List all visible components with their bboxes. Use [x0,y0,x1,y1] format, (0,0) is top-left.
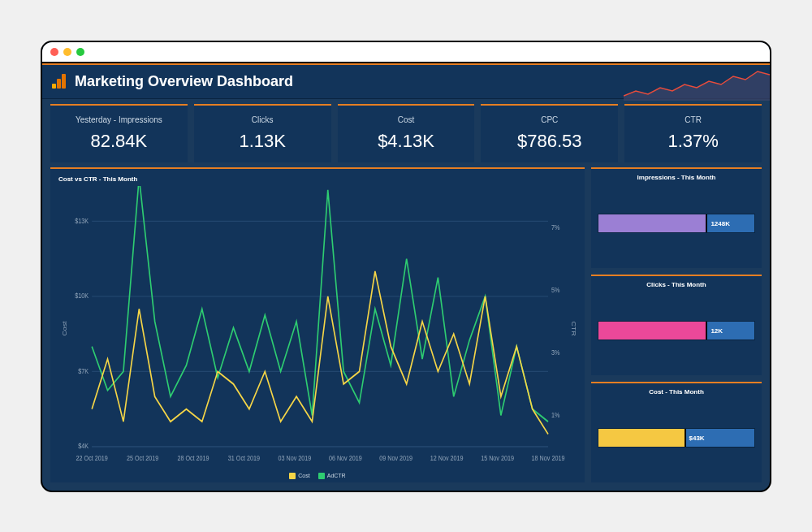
svg-text:18 Nov 2019: 18 Nov 2019 [532,454,565,462]
svg-text:15 Nov 2019: 15 Nov 2019 [481,454,514,462]
kpi-row: Yesterday - Impressions 82.84K Clicks 1.… [50,104,762,162]
svg-text:06 Nov 2019: 06 Nov 2019 [329,454,362,462]
chart-canvas: $4K$7K$10K$13K1%3%5%7%22 Oct 201925 Oct … [58,186,577,471]
kpi-label: Cost [398,115,415,124]
kpi-value: 1.37% [667,131,718,152]
svg-text:$4K: $4K [78,442,89,450]
svg-text:25 Oct 2019: 25 Oct 2019 [127,454,159,462]
kpi-impressions: Yesterday - Impressions 82.84K [50,104,188,162]
hbar-value: $43K [686,435,705,442]
dashboard-title: Marketing Overview Dashboard [75,73,293,90]
svg-text:3%: 3% [551,348,559,357]
kpi-cpc: CPC $786.53 [481,104,618,162]
hbar-value: 12K [707,327,723,335]
kpi-value: 82.84K [91,131,148,152]
svg-text:22 Oct 2019: 22 Oct 2019 [76,454,109,462]
kpi-label: Yesterday - Impressions [76,115,162,124]
svg-text:$13K: $13K [75,217,89,225]
kpi-clicks: Clicks 1.13K [194,104,331,162]
svg-text:$7K: $7K [78,367,89,375]
svg-text:28 Oct 2019: 28 Oct 2019 [177,454,209,462]
svg-text:09 Nov 2019: 09 Nov 2019 [379,454,412,462]
legend-ctr-label: AdCTR [327,473,346,478]
side-panels: Impressions - This Month 1248K Clicks - … [591,167,762,482]
hbar-cost: $43K [598,428,755,448]
chart-title: Cost vs CTR - This Month [58,175,577,183]
maximize-icon[interactable] [76,48,84,56]
legend-cost: Cost [289,473,309,479]
kpi-label: Clicks [252,115,274,124]
close-icon[interactable] [50,48,58,56]
legend-cost-label: Cost [298,473,309,478]
kpi-ctr: CTR 1.37% [624,104,762,162]
dashboard-header: Marketing Overview Dashboard [42,63,770,99]
kpi-cost: Cost $4.13K [338,104,475,162]
cost-month-card: Cost - This Month $43K [591,382,762,482]
bar-wrap: 1248K [598,184,755,263]
svg-text:31 Oct 2019: 31 Oct 2019 [228,454,261,462]
svg-text:$10K: $10K [75,292,89,300]
window-titlebar [42,42,770,63]
svg-text:5%: 5% [551,286,559,294]
bar-wrap: 12K [598,292,755,370]
header-sparkline [624,65,770,101]
svg-text:1%: 1% [551,411,559,419]
svg-text:12 Nov 2019: 12 Nov 2019 [430,454,464,462]
cost-vs-ctr-chart: Cost vs CTR - This Month $4K$7K$10K$13K1… [50,167,585,482]
svg-text:03 Nov 2019: 03 Nov 2019 [278,454,311,462]
kpi-label: CPC [541,115,558,124]
panel-title: Impressions - This Month [598,174,755,181]
hbar-impressions: 1248K [598,214,755,233]
header-logo-group: Marketing Overview Dashboard [52,73,293,90]
panel-title: Cost - This Month [598,388,755,396]
kpi-value: $786.53 [517,131,582,152]
svg-text:7%: 7% [551,223,559,231]
kpi-value: 1.13K [239,131,286,152]
kpi-value: $4.13K [378,131,434,152]
svg-text:CTR: CTR [570,321,577,335]
panel-title: Clicks - This Month [598,281,755,288]
bar-wrap: $43K [598,399,755,478]
app-window: Marketing Overview Dashboard Yesterday -… [41,41,771,492]
dashboard-content: Yesterday - Impressions 82.84K Clicks 1.… [42,99,770,491]
minimize-icon[interactable] [63,48,71,56]
svg-text:Cost: Cost [62,320,68,335]
legend-ctr: AdCTR [318,473,346,479]
hbar-value: 1248K [707,220,730,227]
chart-legend: Cost AdCTR [58,471,577,479]
analytics-icon [52,74,67,89]
impressions-month-card: Impressions - This Month 1248K [591,167,762,268]
charts-row: Cost vs CTR - This Month $4K$7K$10K$13K1… [50,167,762,482]
clicks-month-card: Clicks - This Month 12K [591,275,762,375]
kpi-label: CTR [685,115,702,124]
hbar-clicks: 12K [598,321,755,340]
